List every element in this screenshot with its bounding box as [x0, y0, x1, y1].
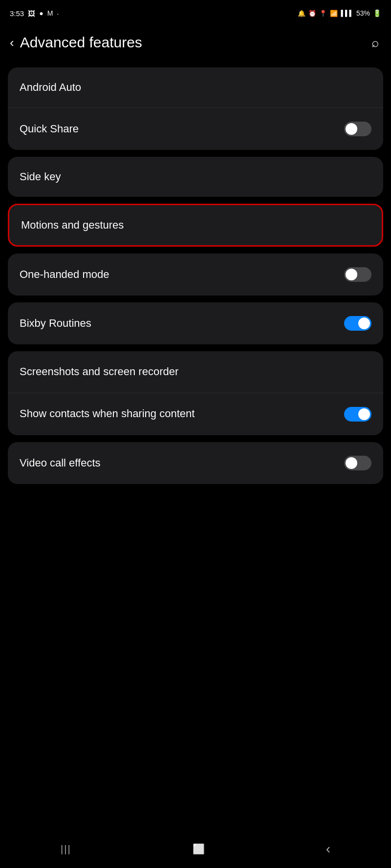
- motions-gestures-label: Motions and gestures: [21, 219, 124, 232]
- video-call-effects-toggle-knob: [346, 457, 357, 469]
- video-call-effects-label: Video call effects: [20, 457, 101, 469]
- one-handed-mode-toggle-knob: [346, 269, 357, 280]
- quick-share-label: Quick Share: [20, 123, 79, 135]
- nav-bar: ||| ⬜ ‹: [0, 834, 391, 868]
- show-contacts-toggle[interactable]: [344, 407, 371, 422]
- dot-icon: ·: [57, 9, 59, 18]
- header-left: ‹ Advanced features: [10, 34, 142, 51]
- status-right: 🔔 ⏰ 📍 📶 ▌▌▌ 53% 🔋: [298, 9, 381, 17]
- section-motions-gestures: Motions and gestures: [8, 204, 383, 247]
- mail-icon: M: [47, 9, 53, 17]
- settings-content: Android Auto Quick Share Side key Motion…: [0, 64, 391, 527]
- show-contacts-row[interactable]: Show contacts when sharing content: [8, 393, 383, 435]
- section-side-key: Side key: [8, 157, 383, 197]
- one-handed-mode-toggle[interactable]: [344, 267, 371, 282]
- battery-icon: 🔋: [373, 9, 381, 17]
- quick-share-toggle[interactable]: [344, 122, 371, 136]
- location-icon: 📍: [319, 10, 327, 17]
- show-contacts-toggle-knob: [358, 408, 370, 420]
- motions-gestures-row[interactable]: Motions and gestures: [9, 205, 382, 245]
- header: ‹ Advanced features ⌕: [0, 24, 391, 64]
- side-key-label: Side key: [20, 170, 61, 183]
- page-title: Advanced features: [20, 34, 142, 51]
- home-button[interactable]: ⬜: [193, 843, 205, 855]
- status-left: 3:53 🖼 ● M ·: [10, 9, 59, 18]
- clock-icon: ⏰: [308, 10, 316, 17]
- one-handed-mode-row[interactable]: One-handed mode: [8, 254, 383, 296]
- bixby-routines-label: Bixby Routines: [20, 317, 91, 330]
- screenshots-recorder-label: Screenshots and screen recorder: [20, 365, 178, 379]
- bixby-routines-toggle[interactable]: [344, 316, 371, 331]
- bixby-routines-toggle-knob: [358, 318, 370, 329]
- quick-share-row[interactable]: Quick Share: [8, 107, 383, 150]
- section-android-auto-quickshare: Android Auto Quick Share: [8, 67, 383, 150]
- video-call-effects-row[interactable]: Video call effects: [8, 442, 383, 484]
- screenshots-recorder-row[interactable]: Screenshots and screen recorder: [8, 351, 383, 393]
- status-bar: 3:53 🖼 ● M · 🔔 ⏰ 📍 📶 ▌▌▌ 53% 🔋: [0, 0, 391, 24]
- android-auto-label: Android Auto: [20, 81, 81, 94]
- android-auto-row[interactable]: Android Auto: [8, 67, 383, 107]
- show-contacts-label: Show contacts when sharing content: [20, 407, 195, 421]
- photo-icon: 🖼: [28, 9, 35, 18]
- bixby-routines-row[interactable]: Bixby Routines: [8, 302, 383, 344]
- section-video-call: Video call effects: [8, 442, 383, 484]
- section-bixby-routines: Bixby Routines: [8, 302, 383, 344]
- recent-apps-button[interactable]: |||: [61, 844, 71, 855]
- back-nav-button[interactable]: ‹: [326, 841, 330, 857]
- one-handed-mode-label: One-handed mode: [20, 268, 109, 281]
- back-button[interactable]: ‹: [10, 35, 14, 50]
- side-key-row[interactable]: Side key: [8, 157, 383, 197]
- search-icon[interactable]: ⌕: [371, 35, 379, 50]
- whatsapp-icon: ●: [39, 9, 43, 17]
- signal-icon: ▌▌▌: [341, 10, 353, 17]
- section-one-handed: One-handed mode: [8, 254, 383, 296]
- battery-percentage: 53%: [356, 9, 370, 17]
- alarm-icon: 🔔: [298, 10, 305, 17]
- status-time: 3:53: [10, 9, 24, 18]
- quick-share-toggle-knob: [346, 123, 357, 135]
- wifi-icon: 📶: [330, 10, 338, 17]
- video-call-effects-toggle[interactable]: [344, 456, 371, 470]
- section-screenshots-contacts: Screenshots and screen recorder Show con…: [8, 351, 383, 435]
